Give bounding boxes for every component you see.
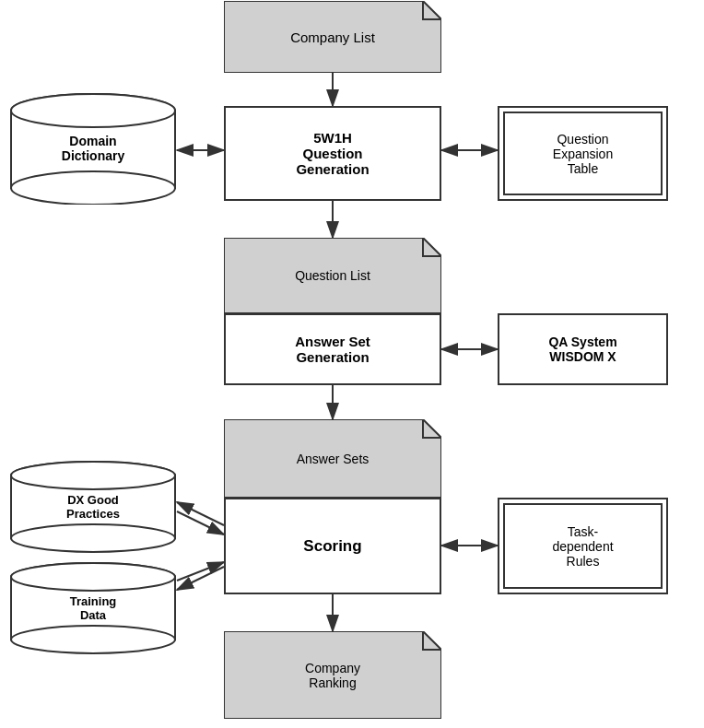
svg-point-30 <box>11 563 175 591</box>
svg-line-14 <box>177 562 224 581</box>
training-data-node: TrainingData <box>9 562 177 654</box>
scoring-node: Scoring <box>224 498 441 594</box>
svg-point-19 <box>11 171 175 205</box>
company-ranking-node: CompanyRanking <box>224 631 441 719</box>
svg-point-25 <box>11 524 175 552</box>
company-list-node: Company List <box>224 1 441 73</box>
qa-system-node: QA SystemWISDOM X <box>498 313 668 385</box>
question-generation-node: 5W1HQuestionGeneration <box>224 106 441 201</box>
answer-sets-node: Answer Sets <box>224 419 441 498</box>
dx-good-practices-node: DX GoodPractices <box>9 461 177 553</box>
svg-point-20 <box>11 94 175 127</box>
diagram: Company List 5W1HQuestionGeneration Doma… <box>0 0 704 728</box>
svg-point-29 <box>11 626 175 653</box>
svg-line-15 <box>177 567 224 590</box>
domain-dictionary-node: DomainDictionary <box>9 92 177 205</box>
question-expansion-node: QuestionExpansionTable <box>498 106 668 201</box>
svg-point-26 <box>11 462 175 489</box>
answer-set-generation-node: Answer SetGeneration <box>224 313 441 385</box>
svg-line-12 <box>177 511 224 534</box>
svg-line-13 <box>177 502 224 525</box>
question-list-node: Question List <box>224 238 441 313</box>
task-dependent-rules-node: Task-dependentRules <box>498 498 668 594</box>
